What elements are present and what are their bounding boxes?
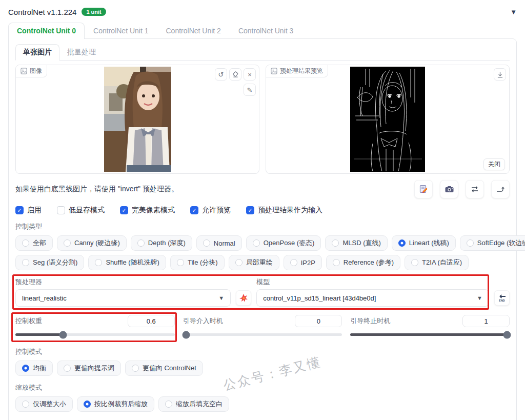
resize-mode-row: 仅调整大小 按比例裁剪后缩放 缩放后填充空白 — [15, 396, 510, 412]
controlnet-panel: ControlNet v1.1.224 1 unit ▼ ControlNet … — [0, 0, 525, 420]
control-mode-label: 控制模式 — [15, 347, 510, 356]
preprocessor-label: 预处理器 — [15, 277, 231, 287]
control-type-depth[interactable]: Depth (深度) — [131, 235, 192, 251]
svg-text:END: END — [499, 299, 504, 302]
checkbox-pixel-perfect[interactable]: ✓ 完美像素模式 — [120, 206, 175, 215]
control-type-reference[interactable]: Reference (参考) — [326, 255, 400, 270]
control-weight-value[interactable]: 0.6 — [128, 315, 175, 327]
image-label: 图像 — [30, 67, 42, 75]
control-type-openpose[interactable]: OpenPose (姿态) — [246, 235, 321, 251]
image-cards: 图像 ↺ × ✎ — [15, 65, 510, 174]
guidance-end-group: 引导终止时机 1 — [350, 315, 510, 336]
close-icon[interactable]: × — [244, 68, 256, 81]
model-group: 模型 control_v11p_sd15_lineart [43d4be0d] … — [256, 277, 489, 307]
run-preprocessor-icon[interactable] — [236, 290, 251, 306]
control-mode-balanced[interactable]: 均衡 — [15, 361, 53, 376]
tab-unit-2[interactable]: ControlNet Unit 2 — [157, 23, 230, 38]
invert-hint-text: 如果使用白底黑线图片，请使用 "invert" 预处理器。 — [15, 185, 178, 194]
image-actions: ↺ × — [215, 68, 256, 81]
guidance-start-label: 引导介入时机 — [183, 316, 223, 326]
sliders-row: 控制权重 0.6 引导介入时机 0 引导终止时机 1 — [15, 315, 510, 336]
preprocessor-group: 预处理器 lineart_realistic ▼ — [15, 277, 231, 307]
control-type-inpaint[interactable]: 局部重绘 — [229, 255, 279, 270]
guidance-start-slider[interactable] — [183, 333, 342, 336]
checkbox-icon — [57, 206, 65, 214]
checkbox-enable[interactable]: ✓ 启用 — [15, 206, 42, 215]
guidance-end-slider[interactable] — [350, 333, 510, 336]
checkbox-icon: ✓ — [120, 206, 128, 214]
control-type-lineart[interactable]: Lineart (线稿) — [392, 235, 456, 251]
model-dropdown[interactable]: control_v11p_sd15_lineart [43d4be0d] ▼ — [256, 289, 489, 307]
tab-unit-1[interactable]: ControlNet Unit 1 — [85, 23, 157, 38]
checkbox-icon: ✓ — [15, 206, 24, 214]
collapse-icon[interactable]: ▼ — [510, 8, 517, 16]
tab-batch[interactable]: 批量处理 — [59, 44, 104, 60]
image-icon — [271, 68, 277, 74]
control-weight-slider[interactable] — [15, 333, 175, 336]
tab-unit-3[interactable]: ControlNet Unit 3 — [230, 23, 302, 38]
control-mode-prompt[interactable]: 更偏向提示词 — [57, 361, 121, 376]
guidance-start-value[interactable]: 0 — [295, 315, 342, 327]
refresh-models-icon[interactable]: END — [494, 290, 510, 306]
tab-single-image[interactable]: 单张图片 — [15, 44, 59, 61]
guidance-end-value[interactable]: 1 — [462, 315, 510, 327]
page-title: ControlNet v1.1.224 — [8, 8, 76, 16]
control-mode-row: 均衡 更偏向提示词 更偏向 ControlNet — [15, 361, 510, 376]
unit-count-badge: 1 unit — [82, 8, 106, 16]
note-row: 如果使用白底黑线图片，请使用 "invert" 预处理器。 — [15, 180, 510, 198]
header: ControlNet v1.1.224 1 unit ▼ — [8, 5, 517, 18]
checkbox-icon: ✓ — [190, 206, 198, 214]
preview-label-chip: 预处理结果预览 — [266, 65, 328, 77]
source-image-card[interactable]: 图像 ↺ × ✎ — [15, 65, 259, 174]
selects-row: 预处理器 lineart_realistic ▼ 模型 control_v11p… — [15, 277, 510, 307]
checkbox-icon: ✓ — [246, 206, 254, 214]
source-photo — [104, 67, 171, 172]
control-type-all[interactable]: 全部 — [15, 235, 53, 251]
guidance-end-label: 引导终止时机 — [350, 316, 390, 326]
image-label-chip: 图像 — [16, 65, 47, 77]
control-type-mlsd[interactable]: MLSD (直线) — [325, 235, 387, 251]
checkbox-preview-as-input[interactable]: ✓ 预处理结果作为输入 — [246, 206, 322, 215]
control-type-softedge[interactable]: SoftEdge (软边缘) — [460, 235, 525, 251]
control-type-label: 控制类型 — [15, 222, 510, 231]
control-type-ip2p[interactable]: IP2P — [284, 255, 322, 270]
control-type-row-1: 全部 Canny (硬边缘) Depth (深度) Normal OpenPos… — [15, 235, 510, 251]
image-icon — [21, 68, 27, 74]
unit-panel: 单张图片 批量处理 图像 ↺ × ✎ — [8, 38, 517, 420]
close-preview-button[interactable]: 关闭 — [483, 158, 505, 170]
guidance-start-group: 引导介入时机 0 — [183, 315, 342, 336]
eraser-icon[interactable] — [229, 68, 241, 81]
undo-icon[interactable]: ↺ — [215, 68, 227, 81]
tab-unit-0[interactable]: ControlNet Unit 0 — [8, 23, 85, 39]
control-weight-label: 控制权重 — [15, 316, 42, 326]
control-type-t2ia[interactable]: T2IA (自适应) — [405, 255, 469, 270]
model-label: 模型 — [256, 277, 489, 287]
send-dimensions-icon[interactable] — [491, 180, 510, 198]
preview-label: 预处理结果预览 — [280, 67, 323, 75]
download-icon[interactable] — [494, 68, 506, 81]
resize-mode-fill[interactable]: 缩放后填充空白 — [158, 396, 229, 412]
preview-lineart — [350, 67, 425, 172]
mirror-webcam-icon[interactable] — [466, 180, 484, 198]
preprocessor-dropdown[interactable]: lineart_realistic ▼ — [15, 289, 231, 307]
control-type-normal[interactable]: Normal — [196, 235, 242, 251]
control-type-row-2: Seg (语义分割) Shuffle (随机洗牌) Tile (分块) 局部重绘… — [15, 255, 510, 270]
control-type-tile[interactable]: Tile (分块) — [170, 255, 225, 270]
unit-tabs: ControlNet Unit 0 ControlNet Unit 1 Cont… — [8, 23, 517, 38]
new-canvas-icon[interactable] — [414, 180, 433, 198]
resize-mode-crop[interactable]: 按比例裁剪后缩放 — [77, 396, 154, 412]
control-type-canny[interactable]: Canny (硬边缘) — [57, 235, 127, 251]
preview-actions — [494, 68, 506, 81]
resize-mode-just-resize[interactable]: 仅调整大小 — [15, 396, 73, 412]
checkbox-lowvram[interactable]: 低显存模式 — [57, 206, 105, 215]
control-type-seg[interactable]: Seg (语义分割) — [15, 255, 84, 270]
webcam-icon[interactable] — [440, 180, 458, 198]
control-type-shuffle[interactable]: Shuffle (随机洗牌) — [88, 255, 166, 270]
chevron-down-icon: ▼ — [477, 295, 482, 301]
pencil-icon[interactable]: ✎ — [244, 84, 256, 96]
control-mode-controlnet[interactable]: 更偏向 ControlNet — [125, 361, 203, 376]
chevron-down-icon: ▼ — [218, 295, 224, 301]
preview-card[interactable]: 预处理结果预览 关闭 — [266, 65, 510, 174]
checkbox-allow-preview[interactable]: ✓ 允许预览 — [190, 206, 231, 215]
resize-mode-label: 缩放模式 — [15, 383, 510, 392]
